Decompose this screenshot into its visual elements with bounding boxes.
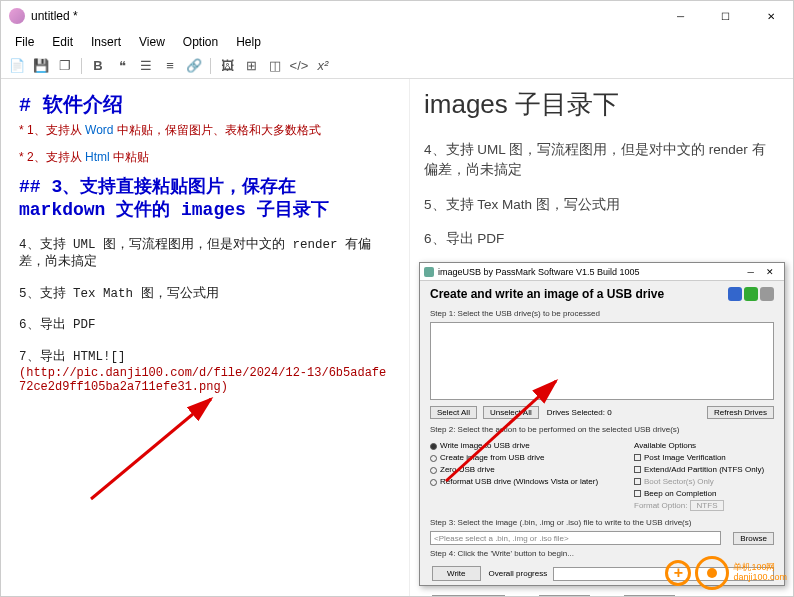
editor-h2: ## 3、支持直接粘贴图片，保存在 markdown 文件的 images 子目… [19, 176, 391, 223]
close-button[interactable]: ✕ [748, 1, 793, 31]
dialog-header: Create and write an image of a USB drive [420, 281, 784, 307]
editor-p7: 7、导出 HTML![] [19, 349, 391, 367]
chart-icon[interactable]: ◫ [265, 56, 285, 76]
radio-create[interactable]: Create image from USB drive [430, 452, 626, 464]
select-all-button[interactable]: Select All [430, 406, 477, 419]
refresh-icon [744, 287, 758, 301]
dialog-app-icon [424, 267, 434, 277]
app-icon [9, 8, 25, 24]
preview-title: images 子目录下 [424, 87, 779, 122]
radio-zero[interactable]: Zero USB drive [430, 464, 626, 476]
title-bar: untitled * ─ ☐ ✕ [1, 1, 793, 31]
check-beep[interactable]: Beep on Completion [634, 488, 774, 500]
imageusb-dialog: imageUSB by PassMark Software V1.5 Build… [419, 262, 785, 586]
refresh-drives-button[interactable]: Refresh Drives [707, 406, 774, 419]
watermark-icon [695, 556, 729, 590]
menu-edit[interactable]: Edit [44, 33, 81, 51]
save-icon[interactable]: 💾 [31, 56, 51, 76]
dialog-minimize[interactable]: ─ [742, 267, 760, 277]
check-verify[interactable]: Post Image Verification [634, 452, 774, 464]
available-options-label: Available Options [634, 440, 774, 452]
preview-p6: 6、导出 PDF [424, 229, 779, 249]
menu-view[interactable]: View [131, 33, 173, 51]
preview-p4: 4、支持 UML 图，写流程图用，但是对中文的 render 有偏差，尚未搞定 [424, 140, 779, 181]
list-icon[interactable]: ☰ [136, 56, 156, 76]
menu-help[interactable]: Help [228, 33, 269, 51]
new-icon[interactable]: 📄 [7, 56, 27, 76]
math-icon[interactable]: x² [313, 56, 333, 76]
table-icon[interactable]: ⊞ [241, 56, 261, 76]
preview-p5: 5、支持 Tex Math 图，写公式用 [424, 195, 779, 215]
editor-pane[interactable]: # 软件介绍 * 1、支持从 Word 中粘贴，保留图片、表格和大多数格式 * … [1, 79, 409, 596]
check-extend[interactable]: Extend/Add Partition (NTFS Only) [634, 464, 774, 476]
step1-label: Step 1: Select the USB drive(s) to be pr… [420, 307, 784, 320]
dialog-close[interactable]: ✕ [760, 267, 780, 277]
editor-line1: * 1、支持从 Word 中粘贴，保留图片、表格和大多数格式 [19, 122, 391, 139]
minimize-button[interactable]: ─ [658, 1, 703, 31]
code-icon[interactable]: </> [289, 56, 309, 76]
step2-label: Step 2: Select the action to be performe… [420, 423, 784, 436]
link-icon[interactable]: 🔗 [184, 56, 204, 76]
usb-icon [728, 287, 742, 301]
window-controls: ─ ☐ ✕ [658, 1, 793, 31]
image-icon[interactable]: 🖼 [217, 56, 237, 76]
window-title: untitled * [31, 9, 78, 23]
menu-bar: File Edit Insert View Option Help [1, 31, 793, 53]
dialog-title: imageUSB by PassMark Software V1.5 Build… [438, 267, 640, 277]
editor-link: (http://pic.danji100.com/d/file/2024/12-… [19, 366, 391, 394]
editor-p4: 4、支持 UML 图，写流程图用，但是对中文的 render 有偏差，尚未搞定 [19, 237, 391, 272]
menu-option[interactable]: Option [175, 33, 226, 51]
step3-label: Step 3: Select the image (.bin, .img or … [420, 516, 784, 529]
numlist-icon[interactable]: ≡ [160, 56, 180, 76]
watermark-text-bottom: danji100.com [733, 573, 787, 583]
bold-icon[interactable]: B [88, 56, 108, 76]
editor-h1: # 软件介绍 [19, 91, 391, 118]
arrow-left [81, 389, 231, 509]
watermark: + 单机100网 danji100.com [665, 556, 787, 590]
browse-button[interactable]: Browse [733, 532, 774, 545]
drives-selected-label: Drives Selected: 0 [547, 408, 612, 417]
radio-reformat[interactable]: Reformat USB drive (Windows Vista or lat… [430, 476, 626, 488]
check-boot[interactable]: Boot Sector(s) Only [634, 476, 774, 488]
menu-file[interactable]: File [7, 33, 42, 51]
overall-progress-label: Overall progress [489, 569, 548, 578]
editor-p5: 5、支持 Tex Math 图，写公式用 [19, 286, 391, 304]
drive-icon [760, 287, 774, 301]
quote-icon[interactable]: ❝ [112, 56, 132, 76]
svg-line-0 [91, 399, 211, 499]
dialog-heading: Create and write an image of a USB drive [430, 287, 664, 301]
toolbar: 📄 💾 ❐ B ❝ ☰ ≡ 🔗 🖼 ⊞ ◫ </> x² [1, 53, 793, 79]
drive-list[interactable] [430, 322, 774, 400]
radio-write[interactable]: Write image to USB drive [430, 440, 626, 452]
unselect-all-button[interactable]: Unselect All [483, 406, 539, 419]
maximize-button[interactable]: ☐ [703, 1, 748, 31]
menu-insert[interactable]: Insert [83, 33, 129, 51]
format-option: Format Option: NTFS [634, 500, 774, 512]
editor-line2: * 2、支持从 Html 中粘贴 [19, 149, 391, 166]
editor-p6: 6、导出 PDF [19, 317, 391, 335]
image-path-input[interactable]: <Please select a .bin, .img or .iso file… [430, 531, 721, 545]
dialog-title-bar: imageUSB by PassMark Software V1.5 Build… [420, 263, 784, 281]
copy-icon[interactable]: ❐ [55, 56, 75, 76]
write-button[interactable]: Write [432, 566, 481, 581]
